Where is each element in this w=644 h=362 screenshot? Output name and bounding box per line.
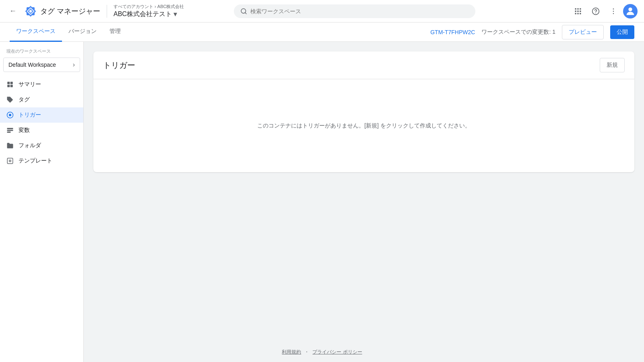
svg-rect-30 bbox=[7, 130, 13, 131]
account-name-row[interactable]: ABC株式会社テスト ▾ bbox=[114, 10, 184, 19]
tab-workspace[interactable]: ワークスペース bbox=[10, 23, 62, 42]
svg-point-21 bbox=[628, 7, 632, 11]
svg-point-28 bbox=[9, 114, 11, 116]
svg-point-18 bbox=[613, 8, 614, 9]
svg-rect-8 bbox=[577, 8, 578, 9]
content-area: トリガー 新規 このコンテナにはトリガーがありません。[新規] をクリックして作… bbox=[84, 42, 644, 362]
svg-rect-22 bbox=[7, 82, 10, 84]
workspace-selector[interactable]: Default Workspace › bbox=[3, 58, 80, 72]
publish-button[interactable]: 公開 bbox=[610, 25, 634, 39]
sidebar-item-summary[interactable]: サマリー bbox=[0, 77, 83, 92]
account-dropdown-icon: ▾ bbox=[173, 10, 177, 19]
svg-rect-31 bbox=[7, 132, 11, 133]
apps-icon bbox=[574, 7, 582, 15]
template-icon bbox=[6, 157, 14, 165]
more-button[interactable] bbox=[605, 3, 621, 19]
search-bar bbox=[234, 4, 475, 18]
sidebar: 現在のワークスペース Default Workspace › サマリー タグ bbox=[0, 42, 84, 362]
app-logo: タグ マネージャー bbox=[24, 5, 100, 18]
help-button[interactable] bbox=[588, 3, 604, 19]
svg-rect-23 bbox=[10, 82, 13, 84]
sidebar-item-variables[interactable]: 変数 bbox=[0, 123, 83, 138]
sidebar-item-triggers[interactable]: トリガー bbox=[0, 107, 83, 123]
svg-rect-24 bbox=[7, 85, 10, 87]
svg-rect-9 bbox=[580, 8, 581, 9]
summary-icon bbox=[6, 81, 14, 88]
svg-point-33 bbox=[9, 160, 11, 162]
tag-icon bbox=[6, 96, 14, 103]
svg-rect-7 bbox=[575, 8, 576, 9]
tab-admin[interactable]: 管理 bbox=[103, 23, 127, 42]
tab-version[interactable]: バージョン bbox=[62, 23, 103, 42]
svg-rect-14 bbox=[577, 13, 578, 14]
sidebar-item-tags[interactable]: タグ bbox=[0, 92, 83, 107]
svg-rect-10 bbox=[575, 10, 576, 12]
workspace-label: 現在のワークスペース bbox=[0, 48, 83, 58]
card-empty-state: このコンテナにはトリガーがありません。[新規] をクリックして作成してください。 bbox=[93, 79, 634, 172]
main-layout: 現在のワークスペース Default Workspace › サマリー タグ bbox=[0, 42, 644, 362]
svg-point-20 bbox=[613, 13, 614, 14]
breadcrumb: すべてのアカウント › ABC株式会社 bbox=[114, 4, 184, 10]
trigger-icon bbox=[6, 111, 14, 119]
gtm-id-badge[interactable]: GTM-T7FHPW2C bbox=[430, 29, 475, 35]
footer: 利用規約 ・ プライバシー ポリシー bbox=[0, 349, 644, 356]
footer-separator: ・ bbox=[304, 349, 309, 356]
svg-line-6 bbox=[245, 12, 246, 14]
back-button[interactable]: ← bbox=[6, 5, 19, 18]
header-actions bbox=[570, 3, 638, 19]
preview-button[interactable]: プレビュー bbox=[562, 25, 604, 39]
account-name: ABC株式会社テスト bbox=[114, 10, 172, 19]
app-title: タグ マネージャー bbox=[40, 6, 100, 16]
sidebar-nav: サマリー タグ トリガー 変数 bbox=[0, 77, 83, 356]
folder-icon bbox=[6, 142, 14, 149]
workspace-chevron-icon: › bbox=[73, 61, 75, 68]
help-icon bbox=[592, 7, 600, 15]
new-trigger-button[interactable]: 新規 bbox=[600, 58, 625, 72]
sidebar-item-templates[interactable]: テンプレート bbox=[0, 153, 83, 169]
privacy-link[interactable]: プライバシー ポリシー bbox=[312, 349, 362, 356]
apps-button[interactable] bbox=[570, 3, 586, 19]
card-title: トリガー bbox=[103, 60, 135, 71]
svg-rect-29 bbox=[7, 128, 13, 129]
account-section: すべてのアカウント › ABC株式会社 ABC株式会社テスト ▾ bbox=[114, 4, 184, 19]
sidebar-item-label-summary: サマリー bbox=[19, 81, 41, 88]
svg-rect-12 bbox=[580, 10, 581, 12]
header-divider bbox=[107, 5, 107, 18]
sidebar-item-label-tags: タグ bbox=[19, 96, 30, 103]
svg-rect-11 bbox=[577, 10, 578, 12]
sidebar-item-label-folders: フォルダ bbox=[19, 142, 41, 149]
search-input[interactable] bbox=[250, 8, 469, 14]
workspace-changes-count: ワークスペースでの変更数: 1 bbox=[481, 29, 555, 36]
avatar-icon bbox=[625, 6, 636, 17]
empty-message: このコンテナにはトリガーがありません。[新規] をクリックして作成してください。 bbox=[257, 122, 471, 130]
search-bar-inner bbox=[234, 4, 475, 18]
sidebar-item-label-variables: 変数 bbox=[19, 127, 30, 134]
svg-point-4 bbox=[29, 10, 32, 12]
top-header: ← タグ マネージャー すべてのアカウント › ABC株式会社 ABC株式会社テ… bbox=[0, 0, 644, 23]
gtm-logo-icon bbox=[24, 5, 37, 18]
search-icon bbox=[240, 8, 247, 15]
card-header: トリガー 新規 bbox=[93, 51, 634, 79]
sidebar-item-folders[interactable]: フォルダ bbox=[0, 138, 83, 153]
user-avatar[interactable] bbox=[623, 4, 638, 19]
svg-rect-32 bbox=[7, 158, 13, 164]
content-card: トリガー 新規 このコンテナにはトリガーがありません。[新規] をクリックして作… bbox=[93, 51, 634, 172]
variable-icon bbox=[6, 127, 14, 134]
svg-rect-15 bbox=[580, 13, 581, 14]
nav-tabs: ワークスペース バージョン 管理 GTM-T7FHPW2C ワークスペースでの変… bbox=[0, 23, 644, 42]
sidebar-item-label-triggers: トリガー bbox=[19, 111, 41, 119]
terms-link[interactable]: 利用規約 bbox=[282, 349, 301, 356]
workspace-name: Default Workspace bbox=[8, 62, 56, 68]
more-icon bbox=[609, 7, 617, 15]
svg-rect-13 bbox=[575, 13, 576, 14]
svg-point-19 bbox=[613, 10, 614, 12]
nav-tabs-right: GTM-T7FHPW2C ワークスペースでの変更数: 1 プレビュー 公開 bbox=[430, 25, 634, 39]
svg-rect-25 bbox=[10, 85, 13, 87]
sidebar-item-label-templates: テンプレート bbox=[19, 157, 52, 165]
